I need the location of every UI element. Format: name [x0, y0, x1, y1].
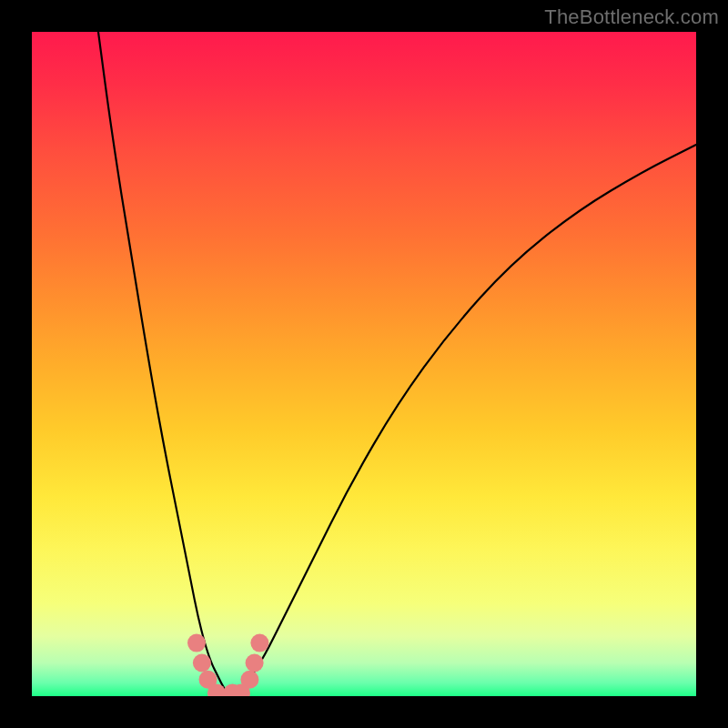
curve-marker [240, 671, 258, 689]
curve-marker [193, 654, 211, 672]
plot-area [32, 32, 696, 696]
watermark-text: TheBottleneck.com [544, 5, 719, 29]
curve-layer [32, 32, 696, 696]
bottleneck-curve [98, 32, 696, 696]
curve-marker [246, 654, 264, 672]
chart-frame: TheBottleneck.com [0, 0, 728, 728]
curve-marker [187, 634, 206, 652]
curve-marker [250, 634, 268, 652]
curve-markers [187, 634, 268, 696]
